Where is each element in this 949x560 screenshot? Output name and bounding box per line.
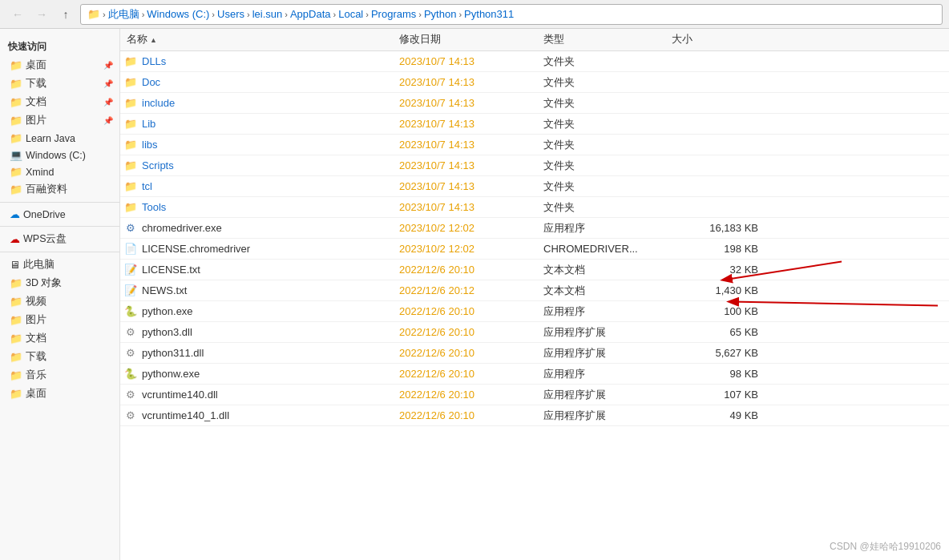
folder-icon: 📁 (10, 78, 22, 90)
sidebar-item-docs-pinned[interactable]: 📁 文档 📌 (0, 93, 119, 111)
folder-icon: 📁 (10, 296, 22, 308)
pin-icon: 📌 (103, 79, 113, 88)
breadcrumb-0[interactable]: 此电脑 (108, 7, 139, 22)
breadcrumb-5[interactable]: Local (338, 8, 363, 20)
table-row[interactable]: 📁 Tools 2023/10/7 14:13 文件夹 (120, 197, 949, 218)
sidebar-item-video[interactable]: 📁 视频 (0, 292, 119, 311)
table-row[interactable]: ⚙ python311.dll 2022/12/6 20:10 应用程序扩展 5… (120, 343, 949, 364)
file-name-cell: 🐍 pythonw.exe (123, 367, 396, 381)
up-button[interactable]: ↑ (55, 3, 77, 26)
file-date: 2023/10/7 14:13 (396, 76, 540, 88)
table-row[interactable]: ⚙ vcruntime140.dll 2022/12/6 20:10 应用程序扩… (120, 385, 949, 405)
sidebar-item-desktop2[interactable]: 📁 桌面 (0, 385, 119, 403)
file-type: 文本文档 (540, 284, 668, 298)
sidebar-item-pictures-pinned[interactable]: 📁 图片 📌 (0, 111, 119, 130)
cloud-icon: ☁ (10, 208, 20, 220)
table-row[interactable]: 📁 tcl 2023/10/7 14:13 文件夹 (120, 176, 949, 197)
forward-button[interactable]: → (30, 3, 53, 26)
quick-access-title: 快速访问 (0, 34, 119, 56)
dll-icon: ⚙ (123, 388, 138, 402)
folder-icon: 📁 (10, 332, 22, 344)
file-type: 应用程序扩展 (540, 388, 668, 402)
sidebar-item-downloads-pinned[interactable]: 📁 下载 📌 (0, 75, 119, 93)
table-row[interactable]: 📝 LICENSE.txt 2022/12/6 20:10 文本文档 32 KB (120, 260, 949, 280)
table-row[interactable]: ⚙ vcruntime140_1.dll 2022/12/6 20:10 应用程… (120, 405, 949, 426)
table-row[interactable]: 🐍 python.exe 2022/12/6 20:10 应用程序 100 KB (120, 301, 949, 322)
file-list-wrapper: 📁 DLLs 2023/10/7 14:13 文件夹 📁 Doc 2023/10… (120, 51, 949, 560)
file-size: 5,627 KB (668, 347, 765, 359)
file-date: 2023/10/7 14:13 (396, 201, 540, 213)
sidebar-item-pictures2[interactable]: 📁 图片 (0, 311, 119, 329)
file-date: 2022/12/6 20:12 (396, 284, 540, 296)
file-area: 名称 ▲ 修改日期 类型 大小 📁 DLLs (120, 29, 949, 560)
file-name: pythonw.exe (142, 368, 200, 380)
file-name: Doc (142, 76, 160, 88)
breadcrumb-4[interactable]: AppData (290, 8, 331, 20)
col-name[interactable]: 名称 ▲ (123, 29, 396, 50)
wps-icon: ☁ (10, 233, 20, 245)
table-row[interactable]: ⚙ python3.dll 2022/12/6 20:10 应用程序扩展 65 … (120, 322, 949, 343)
sidebar-item-learn-java[interactable]: 📁 Learn Java (0, 130, 119, 147)
table-row[interactable]: 📁 libs 2023/10/7 14:13 文件夹 (120, 135, 949, 155)
folder-icon: 📁 (10, 183, 22, 195)
sidebar-item-wps-cloud[interactable]: ☁ WPS云盘 (0, 230, 119, 248)
table-row[interactable]: ⚙ chromedriver.exe 2023/10/2 12:02 应用程序 … (120, 218, 949, 239)
table-row[interactable]: 📁 Doc 2023/10/7 14:13 文件夹 (120, 72, 949, 93)
sidebar-item-onedrive[interactable]: ☁ OneDrive (0, 206, 119, 223)
breadcrumb-3[interactable]: lei.sun (252, 8, 283, 20)
file-name-cell: ⚙ vcruntime140_1.dll (123, 409, 396, 423)
file-name: NEWS.txt (142, 284, 187, 296)
sidebar-item-this-pc[interactable]: 🖥 此电脑 (0, 256, 119, 274)
sidebar-item-baorong[interactable]: 📁 百融资料 (0, 180, 119, 199)
explorer-window: ← → ↑ 📁 › 此电脑 › Windows (C:) › Users › l… (0, 0, 949, 560)
dll-icon: ⚙ (123, 346, 138, 361)
file-date: 2022/12/6 20:10 (396, 326, 540, 338)
file-name: LICENSE.txt (142, 264, 200, 276)
watermark: CSDN @娃哈哈19910206 (830, 540, 941, 554)
sidebar-item-xmind[interactable]: 📁 Xmind (0, 163, 119, 180)
breadcrumb-1[interactable]: Windows (C:) (147, 8, 209, 20)
table-row[interactable]: 📁 Scripts 2023/10/7 14:13 文件夹 (120, 155, 949, 176)
file-name-cell: ⚙ python311.dll (123, 346, 396, 361)
address-bar: ← → ↑ 📁 › 此电脑 › Windows (C:) › Users › l… (0, 0, 949, 29)
pin-icon: 📌 (103, 98, 113, 107)
file-size: 16,183 KB (668, 222, 765, 234)
breadcrumb-6[interactable]: Programs (371, 8, 416, 20)
nav-buttons: ← → ↑ (6, 3, 77, 26)
folder-icon: 📁 (10, 96, 22, 108)
table-row[interactable]: 🐍 pythonw.exe 2022/12/6 20:10 应用程序 98 KB (120, 364, 949, 385)
back-button[interactable]: ← (6, 3, 29, 26)
sidebar-item-downloads2[interactable]: 📁 下载 (0, 348, 119, 366)
sidebar-item-desktop-pinned[interactable]: 📁 桌面 📌 (0, 56, 119, 75)
table-row[interactable]: 📝 NEWS.txt 2022/12/6 20:12 文本文档 1,430 KB (120, 280, 949, 301)
pin-icon: 📌 (103, 116, 113, 125)
breadcrumb-pc[interactable]: 📁 (87, 8, 100, 20)
file-type: 文件夹 (540, 75, 668, 90)
col-type[interactable]: 类型 (540, 29, 668, 50)
file-name: Tools (142, 201, 166, 213)
sidebar-item-3d[interactable]: 📁 3D 对象 (0, 274, 119, 292)
col-date[interactable]: 修改日期 (396, 29, 540, 50)
file-name-cell: 📁 tcl (123, 179, 396, 194)
col-size[interactable]: 大小 (668, 29, 765, 50)
file-name: libs (142, 139, 158, 151)
breadcrumb-7[interactable]: Python (424, 8, 456, 20)
sidebar-item-windows-c[interactable]: 💻 Windows (C:) (0, 147, 119, 163)
table-row[interactable]: 📁 include 2023/10/7 14:13 文件夹 (120, 93, 949, 114)
file-type: 应用程序 (540, 367, 668, 381)
breadcrumb-8[interactable]: Python311 (464, 8, 514, 20)
folder-icon: 📁 (10, 388, 22, 400)
sidebar-item-music[interactable]: 📁 音乐 (0, 366, 119, 385)
table-row[interactable]: 📄 LICENSE.chromedriver 2023/10/2 12:02 C… (120, 239, 949, 260)
table-row[interactable]: 📁 Lib 2023/10/7 14:13 文件夹 (120, 114, 949, 135)
breadcrumb-2[interactable]: Users (217, 8, 244, 20)
folder-icon: 📁 (10, 115, 22, 127)
file-name: Scripts (142, 159, 174, 171)
txt-icon: 📝 (123, 263, 138, 277)
file-name: vcruntime140_1.dll (142, 409, 229, 421)
file-date: 2023/10/7 14:13 (396, 139, 540, 151)
file-type: 文件夹 (540, 159, 668, 173)
table-row[interactable]: 📁 DLLs 2023/10/7 14:13 文件夹 (120, 51, 949, 72)
sidebar-item-docs2[interactable]: 📁 文档 (0, 329, 119, 348)
breadcrumb-bar[interactable]: 📁 › 此电脑 › Windows (C:) › Users › lei.sun… (80, 4, 943, 25)
